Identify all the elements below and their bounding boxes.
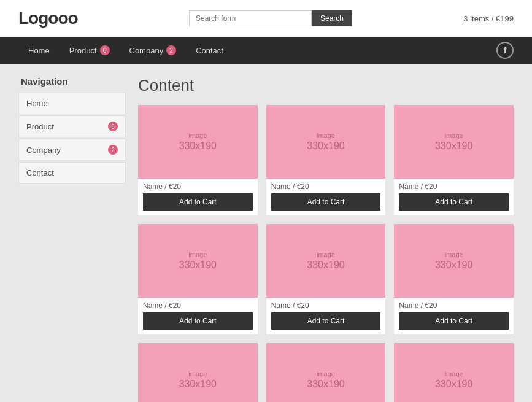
image-label: image — [445, 251, 463, 258]
image-label: image — [445, 132, 463, 139]
product-name: Name / €20 — [266, 298, 386, 312]
image-label: image — [188, 132, 207, 139]
search-button[interactable]: Search — [312, 10, 352, 26]
sidebar-items: HomeProduct6Company2Contact — [18, 93, 126, 184]
add-to-cart-button[interactable]: Add to Cart — [271, 193, 381, 211]
sidebar-item-label: Home — [26, 99, 48, 108]
sidebar-item-label: Contact — [26, 168, 54, 177]
image-label: image — [317, 370, 335, 377]
add-to-cart-button[interactable]: Add to Cart — [143, 312, 253, 330]
navbar: HomeProduct6Company2Contact f — [0, 37, 532, 64]
sidebar-item-label: Company — [26, 145, 61, 155]
product-card: image330x190Name / €20Add to Cart — [266, 343, 386, 402]
product-card: image330x190Name / €20Add to Cart — [394, 224, 514, 334]
image-size: 330x190 — [307, 260, 344, 271]
product-name: Name / €20 — [266, 179, 386, 193]
content-title: Content — [138, 76, 514, 95]
image-size: 330x190 — [435, 141, 472, 152]
product-card: image330x190Name / €20Add to Cart — [394, 105, 514, 215]
product-name: Name / €20 — [394, 298, 514, 312]
image-label: image — [317, 251, 335, 258]
product-image: image330x190 — [138, 105, 258, 179]
image-label: image — [188, 370, 207, 377]
sidebar-title: Navigation — [18, 76, 126, 87]
add-to-cart-button[interactable]: Add to Cart — [399, 193, 509, 211]
nav-item-company[interactable]: Company2 — [120, 37, 187, 64]
product-card: image330x190Name / €20Add to Cart — [266, 105, 386, 215]
logo: Logooo — [18, 9, 78, 28]
nav-items: HomeProduct6Company2Contact — [18, 37, 233, 64]
product-card: image330x190Name / €20Add to Cart — [394, 343, 514, 402]
search-area: Search — [189, 10, 352, 26]
image-label: image — [445, 370, 463, 377]
product-image: image330x190 — [394, 224, 514, 298]
product-name: Name / €20 — [138, 179, 258, 193]
nav-item-product[interactable]: Product6 — [60, 37, 120, 64]
facebook-icon[interactable]: f — [496, 42, 514, 59]
nav-item-home[interactable]: Home — [18, 37, 60, 64]
sidebar-item-home[interactable]: Home — [18, 93, 126, 114]
product-card: image330x190Name / €20Add to Cart — [138, 343, 258, 402]
sidebar: Navigation HomeProduct6Company2Contact — [18, 76, 126, 402]
header: Logooo Search 3 items / €199 — [0, 0, 532, 37]
image-size: 330x190 — [307, 379, 344, 390]
product-card: image330x190Name / €20Add to Cart — [266, 224, 386, 334]
product-card: image330x190Name / €20Add to Cart — [138, 224, 258, 334]
sidebar-item-product[interactable]: Product6 — [18, 115, 126, 137]
image-label: image — [188, 251, 207, 258]
sidebar-badge: 2 — [108, 145, 118, 155]
product-name: Name / €20 — [394, 179, 514, 193]
product-image: image330x190 — [394, 105, 514, 179]
product-card: image330x190Name / €20Add to Cart — [138, 105, 258, 215]
image-size: 330x190 — [307, 141, 344, 152]
product-image: image330x190 — [266, 343, 386, 402]
nav-badge: 2 — [166, 45, 176, 55]
product-name: Name / €20 — [138, 298, 258, 312]
sidebar-item-company[interactable]: Company2 — [18, 139, 126, 161]
nav-badge: 6 — [100, 45, 110, 55]
image-size: 330x190 — [179, 260, 217, 271]
main-wrapper: Navigation HomeProduct6Company2Contact C… — [0, 64, 532, 402]
search-input[interactable] — [189, 10, 312, 26]
add-to-cart-button[interactable]: Add to Cart — [271, 312, 381, 330]
product-image: image330x190 — [394, 343, 514, 402]
image-size: 330x190 — [179, 379, 217, 390]
sidebar-item-label: Product — [26, 122, 54, 131]
product-grid: image330x190Name / €20Add to Cartimage33… — [138, 105, 514, 402]
product-image: image330x190 — [266, 224, 386, 298]
image-size: 330x190 — [179, 141, 217, 152]
sidebar-badge: 6 — [108, 122, 118, 131]
product-image: image330x190 — [266, 105, 386, 179]
image-size: 330x190 — [435, 379, 472, 390]
nav-item-contact[interactable]: Contact — [186, 37, 233, 64]
add-to-cart-button[interactable]: Add to Cart — [399, 312, 509, 330]
content-area: Content image330x190Name / €20Add to Car… — [138, 76, 514, 402]
image-label: image — [317, 132, 335, 139]
sidebar-item-contact[interactable]: Contact — [18, 162, 126, 184]
product-image: image330x190 — [138, 343, 258, 402]
product-image: image330x190 — [138, 224, 258, 298]
add-to-cart-button[interactable]: Add to Cart — [143, 193, 253, 211]
cart-info: 3 items / €199 — [463, 14, 514, 23]
image-size: 330x190 — [435, 260, 472, 271]
